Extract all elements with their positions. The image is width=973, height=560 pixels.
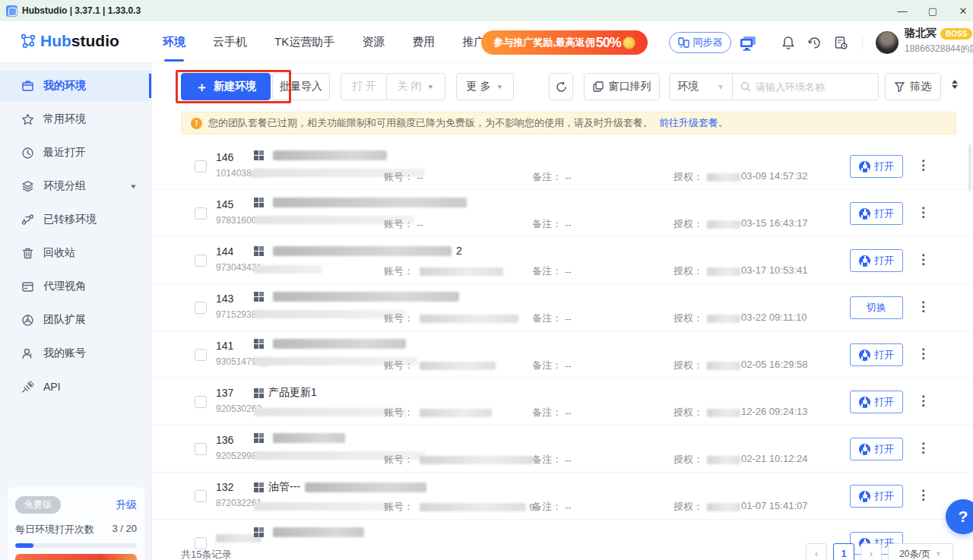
user-info[interactable]: 骆北冥 BOSS 18866328844的团 (905, 27, 973, 55)
nav-item[interactable]: 云手机 (213, 21, 247, 63)
open-environment-button[interactable]: 打开 (850, 391, 903, 413)
minimize-button[interactable]: — (897, 5, 908, 17)
row-checkbox[interactable] (195, 396, 207, 408)
window-arrange-button[interactable]: 窗口排列 (584, 73, 660, 100)
team-icon (21, 314, 34, 327)
sidebar-item[interactable]: 回收站 (0, 238, 151, 268)
log-document-icon[interactable] (834, 36, 848, 50)
sidebar: 我的环境常用环境最近打开环境分组▼已转移环境回收站代理视角团队扩展我的账号API… (0, 63, 152, 560)
table-row: 143 971529385 账号： 备注：-- 授权： 03-22 09:11:… (152, 284, 973, 331)
search-scope-select[interactable]: 环境▼ (669, 73, 733, 100)
current-page-button[interactable]: 1 (833, 543, 854, 560)
open-time: 02-05 16:29:58 (741, 359, 807, 370)
sidebar-item-label: 代理视角 (43, 280, 86, 293)
upgrade-plan-link[interactable]: 前往升级套餐。 (659, 116, 728, 130)
row-more-menu[interactable]: ⋮ (917, 251, 930, 269)
row-checkbox[interactable] (195, 443, 207, 455)
table-row: 137 920530262 产品更新1 账号： 备注：-- 授权： 12-26 … (152, 378, 973, 426)
row-checkbox[interactable] (195, 160, 207, 172)
update-sync-icon[interactable] (807, 36, 822, 50)
sidebar-promo-banner[interactable] (15, 554, 137, 560)
open-environment-button[interactable]: 打开 (850, 485, 903, 508)
sidebar-item[interactable]: 我的账号 (0, 338, 151, 369)
row-checkbox[interactable] (195, 490, 207, 502)
row-more-menu[interactable]: ⋮ (917, 345, 930, 363)
open-environment-button[interactable]: 打开 (850, 249, 903, 272)
sidebar-item-label: 团队扩展 (43, 313, 86, 327)
user-team: 18866328844的团 (905, 43, 973, 55)
search-input[interactable] (756, 81, 870, 93)
nav-item[interactable]: 资源 (362, 21, 385, 63)
sidebar-item-label: API (43, 381, 61, 393)
row-more-menu[interactable]: ⋮ (917, 392, 930, 410)
row-more-menu[interactable]: ⋮ (917, 486, 930, 505)
promo-banner[interactable]: 参与推广奖励,最高返佣50% (481, 30, 648, 55)
user-avatar[interactable] (876, 31, 899, 54)
open-time: 03-22 09:11:10 (741, 312, 807, 323)
close-dropdown-button[interactable]: 关 闭▼ (386, 73, 445, 100)
search-box (733, 73, 879, 100)
row-checkbox[interactable] (195, 349, 207, 361)
search-icon (740, 81, 751, 92)
environment-name (254, 527, 369, 537)
account-field: 账号： (384, 312, 521, 325)
row-more-menu[interactable]: ⋮ (917, 204, 930, 222)
open-environment-button[interactable]: 打开 (850, 202, 903, 225)
row-checkbox[interactable] (195, 207, 207, 220)
sidebar-item[interactable]: 团队扩展 (0, 305, 151, 335)
open-environment-button[interactable]: 切换 (850, 296, 903, 319)
notice-text: 您的团队套餐已过期，相关功能限制和可用额度已降为免费版，为不影响您的使用，请及时… (208, 116, 653, 130)
open-environment-button[interactable]: 打开 (850, 343, 903, 366)
nav-item[interactable]: 环境 (163, 21, 185, 63)
sidebar-item[interactable]: 我的环境 (0, 71, 151, 101)
table-row: 136 920529987 账号： 备注：-- 授权： 02-21 10:12:… (152, 426, 973, 473)
transfer-icon (21, 214, 34, 226)
multi-window-icon[interactable] (739, 36, 757, 51)
nav-item[interactable]: 费用 (412, 21, 435, 63)
close-button[interactable]: ✕ (958, 5, 968, 17)
app-icon (6, 5, 17, 17)
next-page-button[interactable]: › (860, 543, 882, 560)
refresh-button[interactable] (549, 73, 573, 100)
note-field: 备注：-- (532, 406, 572, 419)
open-environment-button[interactable]: 打开 (850, 438, 903, 460)
nav-item[interactable]: TK运营助手 (274, 21, 334, 63)
more-dropdown-button[interactable]: 更 多▼ (456, 73, 514, 100)
row-more-menu[interactable]: ⋮ (917, 157, 930, 175)
row-checkbox[interactable] (195, 255, 207, 267)
api-icon (21, 381, 34, 394)
sync-phones-icon (678, 37, 689, 48)
clock-icon (21, 147, 34, 160)
new-environment-button[interactable]: ＋ 新建环境 (181, 73, 271, 100)
sidebar-item[interactable]: 已转移环境 (0, 204, 151, 235)
sidebar-item[interactable]: 最近打开 (0, 138, 151, 168)
open-button[interactable]: 打 开 (341, 73, 388, 100)
batch-import-button[interactable]: 批量导入 (272, 73, 330, 100)
environment-name (254, 198, 471, 207)
upgrade-link[interactable]: 升级 (116, 498, 137, 512)
chrome-icon (859, 397, 870, 408)
chrome-icon (859, 255, 870, 267)
prev-page-button[interactable]: ‹ (806, 543, 827, 560)
open-environment-button[interactable]: 打开 (850, 155, 903, 178)
row-more-menu[interactable]: ⋮ (917, 439, 930, 457)
chevron-down-icon: ▼ (426, 84, 434, 90)
user-name: 骆北冥 (905, 27, 937, 40)
notification-bell-icon[interactable] (781, 36, 795, 50)
account-field: 账号： (384, 264, 506, 278)
synchronizer-button[interactable]: 同步器 (669, 32, 731, 53)
filter-button[interactable]: 筛选 (885, 73, 941, 100)
row-checkbox[interactable] (195, 302, 207, 314)
row-more-menu[interactable]: ⋮ (917, 298, 930, 316)
sidebar-item-label: 我的环境 (43, 79, 86, 93)
grid-icon (254, 292, 264, 302)
logo-icon (20, 33, 36, 49)
sidebar-item[interactable]: 环境分组▼ (0, 171, 151, 201)
quota-progress-bar (15, 543, 137, 548)
sort-control[interactable] (952, 80, 958, 89)
sidebar-item[interactable]: 常用环境 (0, 104, 151, 134)
page-size-select[interactable]: 20条/页▼ (888, 543, 953, 560)
sidebar-item[interactable]: 代理视角 (0, 271, 151, 302)
sidebar-item[interactable]: API (0, 372, 151, 402)
maximize-button[interactable]: ▢ (927, 5, 938, 17)
